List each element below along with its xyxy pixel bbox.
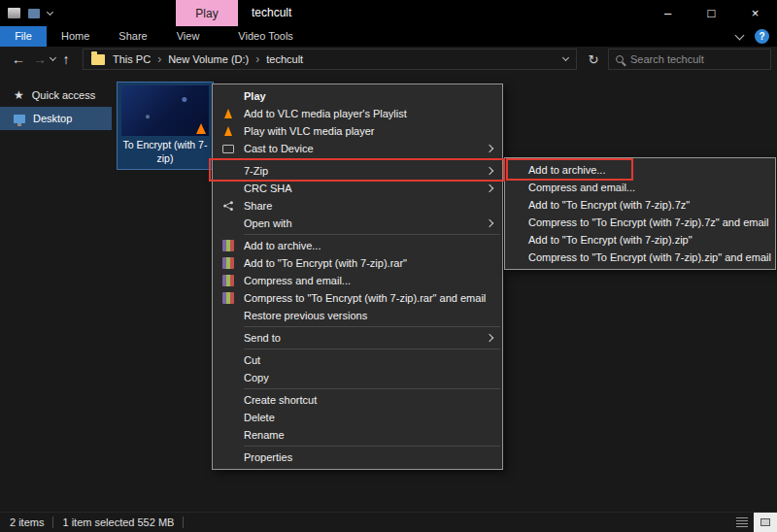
menu-item-label: CRC SHA bbox=[244, 183, 292, 194]
submenu-item-compress-to-zip-and-email[interactable]: Compress to "To Encrypt (with 7-zip).zip… bbox=[505, 249, 775, 266]
tab-view[interactable]: View bbox=[162, 26, 215, 47]
tab-share[interactable]: Share bbox=[104, 26, 161, 47]
address-bar[interactable]: This PC › New Volume (D:) › techcult bbox=[83, 49, 577, 70]
menu-item-create-shortcut[interactable]: Create shortcut bbox=[213, 391, 502, 409]
search-input[interactable] bbox=[630, 53, 768, 65]
status-separator bbox=[52, 516, 53, 528]
window-controls: – □ × bbox=[646, 0, 777, 26]
submenu-arrow-icon bbox=[486, 219, 493, 227]
menu-item-play[interactable]: Play bbox=[213, 87, 502, 105]
search-icon bbox=[616, 55, 624, 63]
refresh-button[interactable]: ↻ bbox=[581, 52, 606, 67]
tab-home[interactable]: Home bbox=[47, 26, 104, 47]
menu-item-label: Cut bbox=[244, 354, 260, 366]
menu-item-open-with[interactable]: Open with bbox=[213, 215, 502, 232]
sidebar-item-quick-access[interactable]: ★ Quick access bbox=[0, 83, 112, 107]
cast-icon bbox=[220, 141, 236, 156]
vlc-cone-icon bbox=[196, 123, 206, 134]
menu-item-label: Open with bbox=[244, 217, 292, 229]
menu-item-cast-to-device[interactable]: Cast to Device bbox=[213, 140, 502, 157]
help-icon[interactable]: ? bbox=[755, 29, 769, 44]
menu-item-label: Play with VLC media player bbox=[244, 125, 375, 137]
quick-toolbar-icon[interactable] bbox=[28, 9, 40, 18]
submenu-item-add-to-archive[interactable]: Add to archive... bbox=[505, 161, 775, 179]
menu-separator bbox=[244, 388, 500, 389]
menu-item-compress-and-email[interactable]: Compress and email... bbox=[213, 272, 502, 289]
search-box[interactable] bbox=[608, 49, 771, 70]
submenu-arrow-icon bbox=[486, 167, 493, 175]
winrar-icon bbox=[220, 255, 236, 271]
submenu-item-add-to-zip[interactable]: Add to "To Encrypt (with 7-zip).zip" bbox=[505, 231, 775, 249]
menu-item-send-to[interactable]: Send to bbox=[213, 329, 502, 347]
vlc-cone-icon bbox=[220, 106, 236, 121]
blank-icon bbox=[220, 352, 236, 368]
breadcrumb-techcult[interactable]: techcult bbox=[266, 53, 303, 65]
menu-separator bbox=[244, 326, 500, 327]
menu-item-compress-to-rar-and-email[interactable]: Compress to "To Encrypt (with 7-zip).rar… bbox=[213, 289, 502, 307]
chevron-down-icon[interactable] bbox=[47, 8, 53, 15]
menu-item-label: Cast to Device bbox=[244, 143, 314, 154]
minimize-button[interactable]: – bbox=[646, 0, 690, 26]
window-title: techcult bbox=[252, 0, 291, 26]
forward-button[interactable]: → bbox=[29, 51, 51, 67]
ribbon-right-controls: ? bbox=[736, 29, 769, 44]
blank-icon bbox=[220, 181, 236, 196]
star-icon: ★ bbox=[14, 89, 24, 101]
winrar-icon bbox=[220, 290, 236, 306]
contextual-tab-play[interactable]: Play bbox=[176, 0, 238, 26]
menu-item-restore-previous-versions[interactable]: Restore previous versions bbox=[213, 307, 502, 324]
menu-item-add-to-archive[interactable]: Add to archive... bbox=[213, 237, 502, 254]
breadcrumb-new-volume-d[interactable]: New Volume (D:) bbox=[168, 53, 249, 65]
blank-icon bbox=[220, 410, 236, 425]
menu-item-label: Play bbox=[244, 90, 266, 102]
items-count: 2 items bbox=[10, 516, 44, 528]
maximize-button[interactable]: □ bbox=[690, 0, 733, 26]
menu-separator bbox=[244, 234, 500, 235]
file-item-selected[interactable]: To Encrypt (with 7-zip) bbox=[117, 82, 214, 170]
menu-item-label: Restore previous versions bbox=[244, 310, 367, 321]
tab-file[interactable]: File bbox=[0, 26, 47, 47]
sidebar-item-desktop[interactable]: Desktop bbox=[0, 107, 112, 130]
address-dropdown-icon[interactable] bbox=[562, 54, 569, 61]
video-thumbnail bbox=[121, 85, 209, 136]
folder-icon bbox=[91, 54, 105, 65]
submenu-arrow-icon bbox=[486, 145, 493, 152]
submenu-item-compress-and-email[interactable]: Compress and email... bbox=[505, 179, 775, 196]
details-view-button[interactable] bbox=[730, 513, 754, 532]
menu-item-properties[interactable]: Properties bbox=[213, 449, 502, 466]
winrar-icon bbox=[220, 238, 236, 253]
menu-item-add-to-rar[interactable]: Add to "To Encrypt (with 7-zip).rar" bbox=[213, 254, 502, 272]
submenu-arrow-icon bbox=[486, 334, 493, 342]
quick-access-toolbar bbox=[8, 0, 52, 26]
breadcrumb-this-pc[interactable]: This PC bbox=[113, 53, 151, 65]
up-button[interactable]: ↑ bbox=[55, 51, 77, 67]
menu-separator bbox=[244, 446, 500, 447]
menu-item-share[interactable]: Share bbox=[213, 197, 502, 215]
app-icon bbox=[8, 8, 20, 18]
ribbon-collapse-icon[interactable] bbox=[735, 30, 745, 40]
winrar-icon bbox=[220, 273, 236, 288]
menu-item-label: Add to archive... bbox=[528, 164, 606, 176]
menu-item-label: Add to "To Encrypt (with 7-zip).7z" bbox=[528, 199, 690, 211]
chevron-right-icon: › bbox=[249, 52, 266, 66]
menu-item-7zip[interactable]: 7-Zip bbox=[213, 162, 502, 180]
menu-item-label: Create shortcut bbox=[244, 394, 317, 406]
menu-item-rename[interactable]: Rename bbox=[213, 426, 502, 444]
close-button[interactable]: × bbox=[733, 0, 777, 26]
menu-item-copy[interactable]: Copy bbox=[213, 369, 502, 386]
menu-item-play-with-vlc[interactable]: Play with VLC media player bbox=[213, 122, 502, 140]
back-button[interactable]: ← bbox=[8, 51, 29, 67]
submenu-item-add-to-7z[interactable]: Add to "To Encrypt (with 7-zip).7z" bbox=[505, 196, 775, 214]
sidebar-item-label: Desktop bbox=[33, 113, 72, 124]
menu-item-add-to-vlc-playlist[interactable]: Add to VLC media player's Playlist bbox=[213, 105, 502, 122]
view-toggle-buttons bbox=[730, 513, 777, 532]
blank-icon bbox=[220, 392, 236, 408]
details-view-icon bbox=[736, 517, 748, 527]
ribbon-tab-row: File Home Share View Video Tools ? bbox=[0, 26, 777, 47]
thumbnails-view-button[interactable] bbox=[754, 513, 777, 532]
menu-item-crc-sha[interactable]: CRC SHA bbox=[213, 180, 502, 197]
menu-item-delete[interactable]: Delete bbox=[213, 409, 502, 426]
tab-video-tools[interactable]: Video Tools bbox=[223, 26, 515, 47]
submenu-item-compress-to-7z-and-email[interactable]: Compress to "To Encrypt (with 7-zip).7z"… bbox=[505, 214, 775, 231]
menu-item-cut[interactable]: Cut bbox=[213, 351, 502, 369]
